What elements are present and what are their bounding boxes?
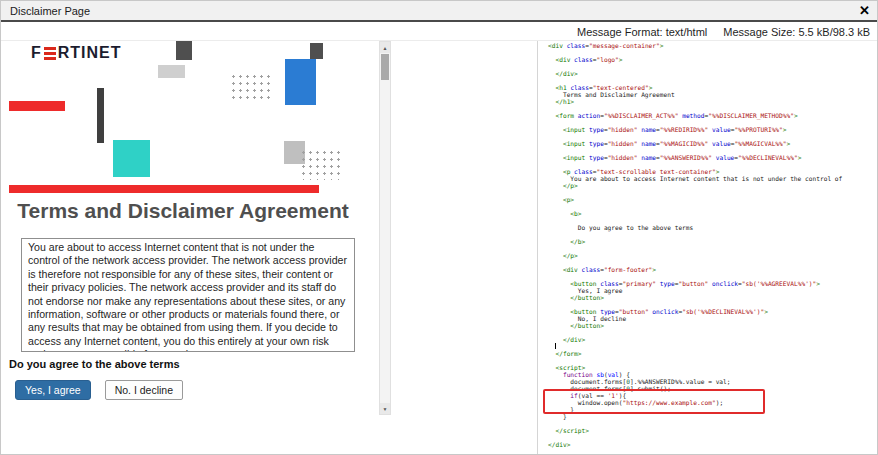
code-line: </div> [548,70,878,77]
decor-gray-rect-1 [158,65,185,78]
code-line: <form action="%%DISCLAIMER_ACT%%" method… [548,112,878,119]
code-line [548,119,878,126]
close-icon[interactable]: ✕ [859,4,870,17]
code-line: Terms and Disclaimer Agreement [548,91,878,98]
logo-letters-rtinet: RTINET [58,44,122,62]
code-line: } [548,406,878,413]
agree-button[interactable]: Yes, I agree [15,380,91,400]
scrollbar-thumb[interactable] [381,54,389,80]
code-line [548,203,878,210]
code-line [548,49,878,56]
code-line [548,357,878,364]
code-line: Do you agree to the above terms [548,224,878,231]
code-line: </h1> [548,98,878,105]
code-line: </form> [548,350,878,357]
decline-button[interactable]: No. I decline [105,380,183,400]
code-line [548,273,878,280]
disclaimer-page-window: Disclaimer Page ✕ Message Format: text/h… [0,0,878,455]
window-title: Disclaimer Page [10,5,90,17]
code-line: <div class="form-footer"> [548,266,878,273]
code-line: <input type="hidden" name="%%MAGICID%%" … [548,140,878,147]
code-line [548,420,878,427]
code-line: </div> [548,336,878,343]
fortinet-logo: F RTINET [31,44,122,62]
code-line: <h1 class="text-centered"> [548,84,878,91]
disclaimer-textbox[interactable]: You are about to access Internet content… [21,238,355,352]
code-line: } [548,413,878,420]
preview-heading: Terms and Disclaimer Agreement [9,199,357,223]
code-line [548,245,878,252]
text-cursor [555,343,556,349]
fortinet-gate-icon [44,47,56,60]
code-line [548,434,878,441]
code-line: </p> [548,182,878,189]
decor-dark-vertical-bar [97,88,104,143]
code-line: <button class="primary" type="button" on… [548,280,878,287]
code-line: document.forms[0].submit(); [548,385,878,392]
code-line: <div class="message-container"> [548,42,878,49]
code-line [548,133,878,140]
code-line: </p> [548,252,878,259]
code-line [548,217,878,224]
infobar: Message Format: text/html Message Size: … [1,24,878,41]
code-line: </button> [548,322,878,329]
code-line: Yes, I agree [548,287,878,294]
code-line [548,259,878,266]
code-line: <div class="logo"> [548,56,878,63]
code-line: <input type="hidden" name="%%REDIRID%%" … [548,126,878,133]
logo-letter-f: F [31,44,42,62]
code-line: <button type="button" onclick="sb('%%DEC… [548,308,878,315]
preview-pane: F RTINET Terms and Disclaimer Agreement … [9,41,379,455]
code-line [548,189,878,196]
code-line [548,231,878,238]
code-line [548,147,878,154]
code-line [548,161,878,168]
code-line: document.forms[0].%%ANSWERID%%.value = v… [548,378,878,385]
message-format-text: Message Format: text/html [577,26,707,38]
decor-dark-square-2 [310,43,323,59]
pane-divider [537,41,538,455]
code-line: window.open("https://www.example.com"); [548,399,878,406]
code-line: <p class="text-scrollable text-container… [548,168,878,175]
code-line: <p> [548,196,878,203]
code-line [548,63,878,70]
agree-question: Do you agree to the above terms [9,358,180,370]
decor-dot-grid-1 [230,73,272,99]
decor-dot-grid-2 [300,149,341,180]
code-line: if(val == '1'){ [548,392,878,399]
code-line: <script> [548,364,878,371]
html-source-editor[interactable]: <div class="message-container"> <div cla… [541,41,878,455]
code-line: You are about to access Internet content… [548,175,878,182]
code-line: </script> [548,427,878,434]
code-line [548,343,878,350]
scrollbar-down-arrow-icon[interactable]: ▼ [380,403,390,414]
decor-red-bar-long [9,185,319,193]
code-line: </div> [548,441,878,448]
code-line: </button> [548,294,878,301]
message-size-text: Message Size: 5.5 kB/98.3 kB [723,26,870,38]
code-line: function sb(val) { [548,371,878,378]
preview-button-row: Yes, I agree No. I decline [15,380,183,400]
code-line [548,329,878,336]
preview-scrollbar[interactable]: ▲ ▼ [379,41,391,415]
code-line: No, I decline [548,315,878,322]
code-line: <input type="hidden" name="%%ANSWERID%%"… [548,154,878,161]
code-line [548,105,878,112]
code-line [548,77,878,84]
code-line [548,301,878,308]
titlebar: Disclaimer Page ✕ [1,1,878,22]
code-line: <b> [548,210,878,217]
decor-teal-square [113,140,150,177]
decor-dark-square-1 [176,41,192,60]
scrollbar-up-arrow-icon[interactable]: ▲ [380,42,390,53]
decor-blue-rect [285,59,316,105]
code-line: </b> [548,238,878,245]
decor-red-bar-short [9,101,65,111]
